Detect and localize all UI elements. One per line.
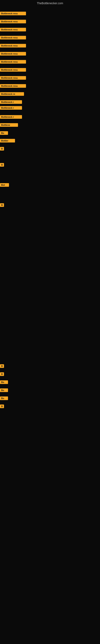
bottleneck-result-button[interactable]: Bot [0, 183, 9, 187]
bottleneck-result-button[interactable]: Bottler [0, 139, 15, 142]
bottleneck-result-button[interactable]: B [0, 364, 4, 368]
bottleneck-result-button[interactable]: B [0, 203, 4, 207]
bottleneck-result-button[interactable]: Bottlene [0, 123, 18, 127]
bottleneck-result-button[interactable]: Bottleneck resu [0, 76, 26, 80]
bottleneck-result-button[interactable]: Bottleneck resu [0, 52, 26, 56]
bottleneck-result-button[interactable]: Bo [0, 131, 8, 135]
bottleneck-result-button[interactable]: Bottleneck resu [0, 44, 26, 48]
bottleneck-result-button[interactable]: Bottleneck resu [0, 20, 26, 23]
bottleneck-result-button[interactable]: B [0, 163, 4, 167]
bottleneck-result-button[interactable]: B [0, 147, 4, 150]
site-title: TheBottlenecker.com [0, 0, 100, 6]
bottleneck-result-button[interactable]: Bottleneck resu [0, 36, 26, 40]
bottleneck-result-button[interactable]: Bottleneck resu [0, 84, 26, 88]
bottleneck-result-button[interactable]: Bo [0, 388, 8, 392]
bottleneck-result-button[interactable]: Bottleneck resu [0, 68, 26, 72]
bottleneck-result-button[interactable]: Bottleneck re [0, 92, 24, 96]
bottleneck-result-button[interactable]: Bottleneck resu [0, 12, 26, 15]
bottleneck-result-button[interactable]: Bottleneck r [0, 115, 22, 119]
bottleneck-result-button[interactable]: B [0, 372, 4, 376]
bottleneck-result-button[interactable]: Bottleneck r [0, 106, 22, 110]
bottleneck-result-button[interactable]: Bottleneck resu [0, 60, 26, 64]
bottleneck-result-button[interactable]: Bo [0, 380, 8, 384]
bottleneck-result-button[interactable]: Bottleneck r [0, 100, 22, 104]
bottleneck-result-button[interactable]: Bo [0, 396, 8, 400]
bottleneck-result-button[interactable]: B [0, 404, 4, 408]
bottleneck-result-button[interactable]: Bottleneck resu [0, 28, 26, 32]
